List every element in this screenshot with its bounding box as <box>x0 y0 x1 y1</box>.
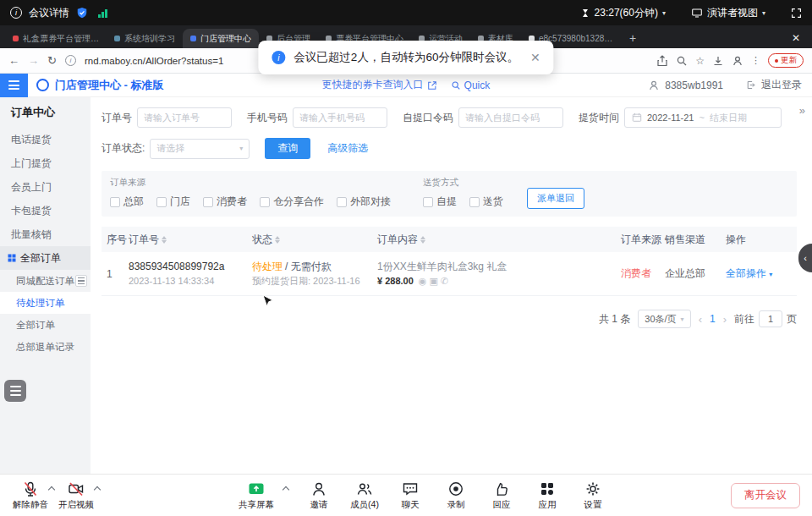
sort-icon[interactable] <box>275 236 280 244</box>
toast-close-icon[interactable]: ✕ <box>530 51 540 64</box>
th-order-no[interactable]: 订单号 <box>129 233 252 247</box>
logout-button[interactable]: 退出登录 <box>761 78 802 92</box>
quick-search[interactable]: Quick <box>451 80 491 91</box>
sidebar-item-phone-pickup[interactable]: 电话提货 <box>0 128 91 151</box>
members-button[interactable]: 成员(4) <box>346 480 383 511</box>
browser-tab[interactable]: 礼盒票券平台管理中心 <box>5 29 107 48</box>
share-options-chevron[interactable] <box>283 486 289 492</box>
refresh-icon[interactable]: ↻ <box>47 55 57 66</box>
update-dot <box>775 59 778 63</box>
pickup-code-input[interactable] <box>458 107 563 128</box>
order-status-select[interactable]: 请选择 ▾ <box>150 139 250 159</box>
hamburger-menu-icon[interactable] <box>0 74 28 97</box>
checkbox-warehouse-coop[interactable]: 仓分享合作 <box>260 195 324 209</box>
browser-tab[interactable]: 系统培训学习 <box>107 29 183 48</box>
browser-tab-active[interactable]: 门店管理中心 <box>183 29 259 48</box>
sort-icon[interactable] <box>162 236 167 244</box>
dispatch-return-button[interactable]: 派单退回 <box>527 188 584 209</box>
next-page-icon[interactable]: › <box>723 313 727 326</box>
chat-button[interactable]: 聊天 <box>392 480 429 511</box>
bookmark-star-icon[interactable]: ☆ <box>695 55 705 67</box>
sidebar-sub-all-orders[interactable]: 全部订单 <box>0 314 91 336</box>
checkbox-external[interactable]: 外部对接 <box>337 195 391 209</box>
mic-options-chevron[interactable] <box>48 486 55 492</box>
checkbox-delivery[interactable]: 送货 <box>469 195 503 209</box>
app-logo <box>36 79 49 91</box>
checkbox[interactable] <box>423 197 433 207</box>
sidebar-sub-hq-returns[interactable]: 总部退单记录 <box>0 336 91 358</box>
phone-input[interactable] <box>293 107 387 128</box>
sort-icon[interactable] <box>420 236 425 244</box>
page-size-select[interactable]: 30条/页▾ <box>638 310 690 328</box>
unmute-button[interactable]: 解除静音 <box>12 480 49 511</box>
advanced-filter-link[interactable]: 高级筛选 <box>327 141 368 156</box>
chevron-down-icon: ▾ <box>762 9 765 17</box>
list-toggle-icon[interactable] <box>75 275 87 287</box>
settings-button[interactable]: 设置 <box>574 480 612 511</box>
meeting-info-icon[interactable]: i <box>10 7 22 19</box>
sidebar-sub-pending-orders[interactable]: 待处理订单 <box>0 292 91 314</box>
sidebar-item-door-pickup[interactable]: 上门提货 <box>0 151 91 175</box>
sidebar-group-all-orders[interactable]: 全部订单 <box>0 246 91 270</box>
table-row[interactable]: 1 8385934508899792a 2023-11-13 14:33:34 … <box>102 252 797 296</box>
checkbox-consumer[interactable]: 消费者 <box>203 195 247 209</box>
view-mode-selector[interactable]: 演讲者视图 ▾ <box>691 6 765 20</box>
checkbox[interactable] <box>337 197 347 207</box>
back-icon[interactable]: ← <box>8 55 19 66</box>
checkbox[interactable] <box>110 197 120 207</box>
th-status[interactable]: 状态 <box>252 233 377 247</box>
forward-icon[interactable]: → <box>28 55 39 66</box>
download-icon[interactable] <box>712 55 724 67</box>
th-content[interactable]: 订单内容 <box>377 233 621 247</box>
sidebar-item-member-visit[interactable]: 会员上门 <box>0 175 91 199</box>
sidebar-item-card-pickup[interactable]: 卡包提货 <box>0 199 91 222</box>
row-action-dropdown[interactable]: 全部操作 ▾ <box>726 267 772 279</box>
prev-page-icon[interactable]: ‹ <box>699 313 702 326</box>
checkbox[interactable] <box>203 197 213 207</box>
reactions-button[interactable]: 回应 <box>483 480 520 511</box>
browser-update-button[interactable]: 更新 <box>768 53 804 68</box>
checkbox[interactable] <box>260 197 270 207</box>
sidebar-item-batch-verify[interactable]: 批量核销 <box>0 222 91 246</box>
site-info-icon[interactable]: i <box>65 55 76 66</box>
record-button[interactable]: 录制 <box>437 480 475 511</box>
video-options-chevron[interactable] <box>94 486 101 492</box>
meeting-details-label[interactable]: 会议详情 <box>29 6 69 20</box>
members-icon <box>356 480 373 498</box>
window-close-button[interactable]: ✕ <box>785 32 807 44</box>
apps-button[interactable]: 应用 <box>529 480 566 511</box>
invite-button[interactable]: 邀请 <box>300 480 337 511</box>
checkbox[interactable] <box>469 197 480 207</box>
checkbox[interactable] <box>156 197 167 207</box>
new-tab-button[interactable]: + <box>623 31 643 45</box>
total-count: 共 1 条 <box>599 312 630 327</box>
goto-page-input[interactable] <box>759 310 782 327</box>
checkbox-store[interactable]: 门店 <box>156 195 190 209</box>
source-filter-panel: 订单来源 总部 门店 消费者 仓分享合作 外部对接 送货方式 自提 送货 <box>102 171 797 217</box>
search-button[interactable]: 查询 <box>265 138 310 159</box>
fullscreen-icon[interactable] <box>791 8 802 19</box>
username[interactable]: 8385wb1991 <box>665 80 723 91</box>
date-range-picker[interactable]: 2022-11-21 ~ 结束日期 <box>624 107 782 128</box>
checkbox-hq[interactable]: 总部 <box>110 195 144 209</box>
order-no-input[interactable] <box>137 107 232 128</box>
share-screen-button[interactable]: 共享屏幕 <box>238 480 275 511</box>
start-video-button[interactable]: 开启视频 <box>58 480 95 511</box>
order-no-value[interactable]: 8385934508899792a <box>129 261 252 272</box>
meeting-float-list-icon[interactable] <box>4 380 26 402</box>
browser-menu-icon[interactable]: ⋮ <box>751 55 760 66</box>
sidebar-sub-city-delivery[interactable]: 同城配送订单 <box>0 270 91 292</box>
delivery-method-label: 送货方式 <box>423 177 503 189</box>
current-page[interactable]: 1 <box>710 313 716 325</box>
collapse-panel-icon[interactable]: » <box>799 104 805 117</box>
leave-meeting-button[interactable]: 离开会议 <box>731 483 800 508</box>
share-icon[interactable] <box>656 55 668 67</box>
meeting-timer[interactable]: 23:27(60分钟) ▾ <box>580 6 666 20</box>
shield-check-icon[interactable] <box>76 7 88 19</box>
quick-entry-link[interactable]: 更快捷的券卡查询入口 <box>322 78 437 92</box>
network-signal-icon[interactable] <box>98 8 107 18</box>
checkbox-self-pickup[interactable]: 自提 <box>423 195 457 209</box>
profile-icon[interactable] <box>732 55 743 67</box>
checkbox-label: 总部 <box>123 195 144 209</box>
zoom-icon[interactable] <box>676 55 688 67</box>
